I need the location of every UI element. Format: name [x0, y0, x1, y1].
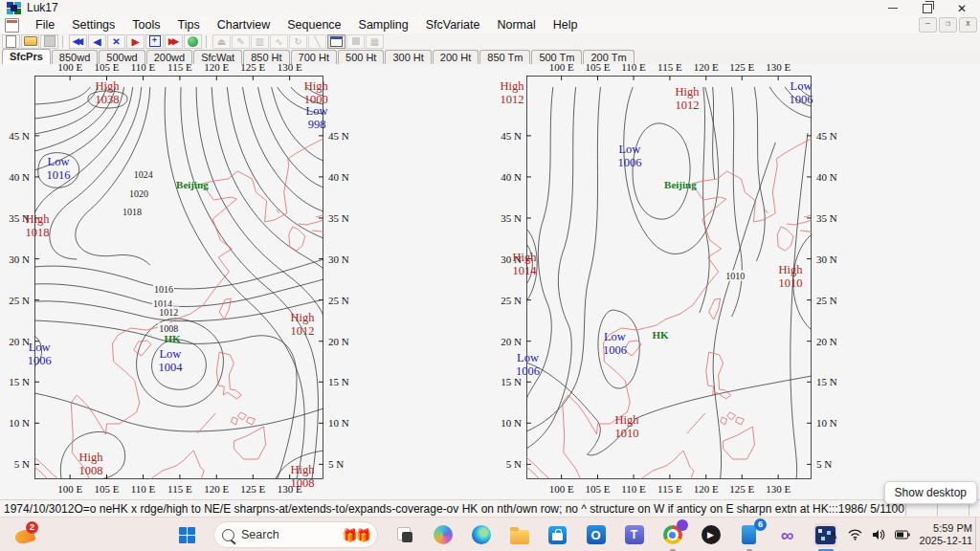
outlook-button[interactable]: O	[584, 523, 608, 547]
show-desktop-tooltip: Show desktop	[884, 481, 977, 504]
axis-label-top: 110 E	[621, 61, 646, 73]
pressure-type: Low	[516, 351, 540, 364]
pressure-type: High	[501, 79, 524, 93]
speaker-icon[interactable]	[872, 529, 885, 540]
city-label: Beijing	[176, 179, 209, 190]
menu-item-normal[interactable]: Normal	[488, 17, 544, 33]
axis-label-bottom: 130 E	[766, 483, 791, 495]
fast-forward-button[interactable]: ▶▶	[165, 34, 183, 49]
search-box[interactable]: Search 🎁🎁	[213, 521, 378, 548]
axis-label-bottom: 115 E	[167, 483, 192, 495]
taskbar-notification-app[interactable]: 2	[13, 521, 46, 548]
play-icon: ▶	[132, 36, 140, 47]
frame-add-button[interactable]: +	[145, 34, 164, 49]
phone-link-button[interactable]: 6	[737, 523, 761, 547]
tray-date: 2025-12-11	[920, 535, 972, 547]
visual-studio-icon: ∞	[781, 526, 794, 544]
axis-label-right: 25 N	[816, 295, 837, 306]
chrome-button[interactable]	[660, 523, 684, 547]
microsoft-store-button[interactable]	[546, 523, 569, 547]
menu-item-sfcvariate[interactable]: SfcVariate	[417, 17, 489, 33]
tray-chevron-icon[interactable]: ∧	[830, 528, 838, 541]
previous-chart-button[interactable]: ◀	[88, 34, 106, 49]
media-player-button[interactable]: ▶	[699, 523, 723, 547]
axis-label-left: 5 N	[506, 458, 522, 470]
menu-item-tools[interactable]: Tools	[123, 17, 168, 33]
pressure-label-high: High1012	[290, 311, 314, 338]
edge-button[interactable]	[469, 523, 493, 547]
axis-label-top: 115 E	[167, 61, 192, 73]
menu-item-settings[interactable]: Settings	[63, 17, 123, 33]
eject-icon: ⏏	[217, 36, 226, 47]
battery-icon[interactable]	[895, 530, 910, 540]
tab-850-tm[interactable]: 850 Tm	[479, 50, 530, 64]
clock[interactable]: 5:59 PM 2025-12-11	[920, 522, 972, 547]
pressure-label-low: Low1006	[617, 143, 641, 169]
copilot-icon	[434, 525, 453, 544]
axis-label-left: 10 N	[501, 417, 522, 429]
axis-label-top: 120 E	[204, 61, 229, 73]
delete-chart-button[interactable]: ✕	[107, 34, 125, 49]
pressure-label-high: High1010	[614, 413, 638, 440]
pressure-value: 1010	[778, 276, 802, 290]
task-view-button[interactable]	[392, 523, 416, 547]
teams-button[interactable]: T	[622, 523, 646, 547]
close-button[interactable]: ✕	[947, 0, 976, 16]
mdi-minimize-button[interactable]: –	[919, 17, 937, 33]
mdi-restore-button[interactable]: ❐	[939, 17, 957, 33]
open-file-button[interactable]	[21, 34, 39, 49]
menu-item-tips[interactable]: Tips	[169, 17, 209, 33]
boxed-plus-icon: +	[149, 35, 161, 47]
luk17-window: Luk17 ✕ FileSettingsToolsTipsChartviewSe…	[0, 0, 980, 551]
pressure-type: Low	[789, 79, 813, 93]
file-explorer-button[interactable]	[507, 523, 531, 547]
axis-label-left: 15 N	[9, 376, 30, 387]
visual-studio-button[interactable]: ∞	[775, 523, 799, 547]
first-chart-button[interactable]: ◀◀	[69, 34, 87, 49]
tab-200-ht[interactable]: 200 Ht	[433, 50, 479, 64]
play-sequence-button[interactable]: ▶	[126, 34, 145, 49]
pressure-value: 1014	[512, 264, 536, 277]
map-right[interactable]: 100 E100 E105 E105 E110 E110 E115 E115 E…	[490, 64, 844, 499]
status-text: 1974/10/3012O=o neHK x rdge/high to NE/E…	[4, 502, 904, 516]
menu-item-sequence[interactable]: Sequence	[278, 17, 349, 33]
menu-item-sampling[interactable]: Sampling	[350, 17, 417, 33]
axis-label-left: 45 N	[501, 130, 522, 142]
pressure-value: 1004	[158, 361, 182, 374]
axis-label-bottom: 105 E	[586, 483, 611, 495]
mdi-close-button[interactable]: x	[959, 17, 977, 33]
menu-item-help[interactable]: Help	[545, 17, 587, 33]
refresh-button[interactable]	[184, 34, 202, 49]
window-view-button[interactable]	[327, 34, 345, 49]
back-icon: ◀	[94, 36, 101, 47]
menu-item-file[interactable]: File	[27, 17, 63, 33]
minimize-button[interactable]	[879, 0, 907, 16]
new-file-button[interactable]	[2, 34, 20, 49]
pressure-type: High	[290, 311, 314, 324]
menu-item-chartview[interactable]: Chartview	[209, 17, 279, 33]
fast-forward-icon: ▶▶	[168, 36, 176, 46]
axis-label-left: 35 N	[501, 212, 522, 224]
axis-label-top: 120 E	[694, 61, 719, 73]
copilot-button[interactable]	[431, 523, 455, 547]
document-icon[interactable]	[5, 18, 19, 33]
axis-label-left: 25 N	[501, 295, 522, 306]
pressure-label-low: Low1016	[47, 155, 71, 182]
tab-sfcprs[interactable]: SfcPrs	[2, 49, 51, 64]
histogram-button: ▥	[251, 34, 269, 49]
start-button[interactable]	[175, 523, 199, 547]
pressure-value: 1008	[290, 476, 314, 490]
map-left[interactable]: 100 E100 E105 E105 E110 E110 E115 E115 E…	[0, 64, 354, 499]
axis-label-bottom: 115 E	[657, 483, 682, 495]
axis-label-right: 10 N	[816, 417, 837, 429]
restore-button[interactable]	[913, 0, 942, 16]
tab-500-ht[interactable]: 500 Ht	[338, 50, 384, 64]
pressure-label-high: High1008	[290, 463, 314, 490]
wifi-icon[interactable]	[848, 529, 862, 540]
show-desktop-button[interactable]	[975, 518, 980, 551]
pressure-value: 998	[306, 118, 328, 131]
map-canvas: 100 E100 E105 E105 E110 E110 E115 E115 E…	[0, 64, 980, 499]
grid-icon: ▦	[370, 36, 379, 47]
tab-300-ht[interactable]: 300 Ht	[385, 50, 431, 64]
axis-label-right: 30 N	[328, 253, 349, 265]
